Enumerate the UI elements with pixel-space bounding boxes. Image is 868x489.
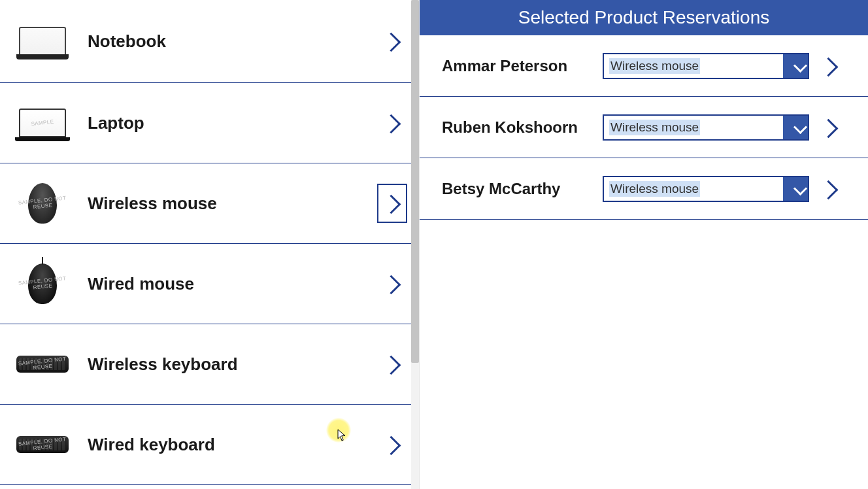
reservations-header-text: Selected Product Reservations [518, 7, 769, 28]
reservation-person-name: Betsy McCarthy [442, 180, 593, 198]
reservation-product-select-text: Wireless mouse [609, 120, 700, 135]
reservation-row: Betsy McCarthyWireless mouse [420, 158, 868, 220]
product-list-panel: NotebookSAMPLELaptopSAMPLE, DO NOT REUSE… [0, 0, 420, 489]
reservation-row: Ammar PetersonWireless mouse [420, 35, 868, 97]
product-list: NotebookSAMPLELaptopSAMPLE, DO NOT REUSE… [0, 0, 419, 485]
chevron-right-icon [824, 180, 835, 198]
reservation-open-button[interactable] [818, 113, 841, 142]
product-label: Wired mouse [71, 274, 377, 294]
mouse-wireless-icon [28, 183, 57, 224]
reservations-header: Selected Product Reservations [420, 0, 868, 35]
reservation-person-name: Ammar Peterson [442, 57, 593, 75]
app-root: NotebookSAMPLELaptopSAMPLE, DO NOT REUSE… [0, 0, 868, 489]
product-label: Wireless mouse [71, 194, 377, 214]
reservation-product-select[interactable]: Wireless mouse [603, 114, 809, 141]
select-dropdown-button[interactable] [783, 54, 808, 78]
keyboard-icon [16, 356, 69, 373]
chevron-right-icon [387, 194, 397, 212]
product-open-button[interactable] [377, 264, 407, 303]
reservations-list: Ammar PetersonWireless mouseRuben Koksho… [420, 35, 868, 220]
reservation-product-select-text: Wireless mouse [609, 58, 700, 74]
product-open-button[interactable] [377, 425, 407, 464]
reservation-open-button[interactable] [818, 175, 841, 203]
chevron-right-icon [387, 275, 397, 293]
reservations-panel: Selected Product Reservations Ammar Pete… [420, 0, 868, 489]
reservation-product-select-value: Wireless mouse [604, 177, 783, 201]
product-open-button[interactable] [377, 22, 407, 61]
reservation-row: Ruben KokshoornWireless mouse [420, 97, 868, 158]
select-dropdown-button[interactable] [783, 177, 808, 201]
mouse-wired-icon [28, 263, 57, 304]
product-row-wired-keyboard[interactable]: SAMPLE, DO NOT REUSEWired keyboard [0, 405, 419, 485]
notebook-icon [19, 27, 66, 56]
product-thumb-wired-mouse: SAMPLE, DO NOT REUSE [14, 261, 71, 307]
chevron-right-icon [824, 118, 835, 137]
product-label: Notebook [71, 31, 377, 52]
reservation-product-select[interactable]: Wireless mouse [603, 53, 809, 79]
scrollbar-track[interactable] [411, 0, 419, 489]
keyboard-icon [16, 436, 69, 453]
product-open-button[interactable] [377, 184, 407, 223]
product-row-wired-mouse[interactable]: SAMPLE, DO NOT REUSEWired mouse [0, 244, 419, 324]
product-open-button[interactable] [377, 345, 407, 384]
reservation-person-name: Ruben Kokshoorn [442, 118, 593, 137]
product-thumb-wireless-keyboard: SAMPLE, DO NOT REUSE [14, 341, 71, 387]
laptop-icon [19, 109, 66, 137]
scrollbar-thumb[interactable] [411, 0, 419, 363]
product-row-wireless-keyboard[interactable]: SAMPLE, DO NOT REUSEWireless keyboard [0, 324, 419, 405]
chevron-right-icon [387, 355, 397, 373]
product-label: Wired keyboard [71, 435, 377, 455]
product-row-wireless-mouse[interactable]: SAMPLE, DO NOT REUSEWireless mouse [0, 163, 419, 244]
chevron-right-icon [387, 32, 397, 50]
product-row-notebook[interactable]: Notebook [0, 0, 419, 83]
select-dropdown-button[interactable] [783, 116, 808, 139]
product-label: Wireless keyboard [71, 354, 377, 375]
reservation-open-button[interactable] [818, 52, 841, 80]
product-label: Laptop [71, 113, 377, 133]
product-thumb-notebook [14, 18, 71, 64]
chevron-right-icon [387, 435, 397, 454]
reservation-product-select-value: Wireless mouse [604, 54, 783, 78]
product-thumb-wired-keyboard: SAMPLE, DO NOT REUSE [14, 422, 71, 467]
chevron-right-icon [387, 114, 397, 132]
product-thumb-wireless-mouse: SAMPLE, DO NOT REUSE [14, 180, 71, 226]
reservation-product-select[interactable]: Wireless mouse [603, 176, 809, 202]
chevron-right-icon [824, 57, 835, 75]
reservation-product-select-value: Wireless mouse [604, 116, 783, 139]
product-thumb-laptop: SAMPLE [14, 100, 71, 146]
product-row-laptop[interactable]: SAMPLELaptop [0, 83, 419, 163]
product-open-button[interactable] [377, 103, 407, 143]
reservation-product-select-text: Wireless mouse [609, 181, 700, 197]
